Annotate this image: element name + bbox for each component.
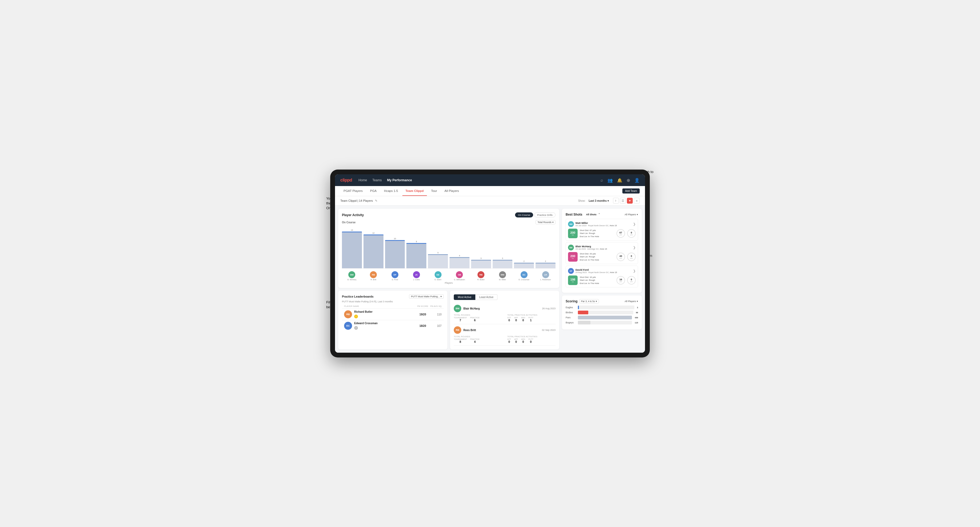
shot-avatar-bmcharg: BM bbox=[568, 244, 574, 251]
search-icon[interactable]: ⌕ bbox=[600, 178, 603, 183]
avatar-rbritt[interactable]: RB bbox=[370, 271, 377, 278]
tab-all-players[interactable]: All Players bbox=[441, 186, 462, 196]
lb-player-info-ecrossman: Edward Crossman 2 bbox=[354, 322, 410, 330]
bar-group-dford: 10 bbox=[385, 238, 405, 268]
total-rounds-title-bmcharg: Total Rounds bbox=[454, 314, 502, 316]
avatar-mmiller[interactable]: MM bbox=[499, 271, 506, 278]
shot-metric-unit2-mmiller: yds bbox=[630, 234, 632, 236]
avatar-dford[interactable]: DF bbox=[391, 271, 398, 278]
app-value-rbritt: 0 bbox=[514, 340, 518, 343]
lb-row-1[interactable]: RB Richard Butler 1 19/20 110 bbox=[342, 308, 444, 320]
avatar-eebert[interactable]: EE bbox=[434, 271, 442, 278]
add-team-button[interactable]: Add Team bbox=[622, 189, 640, 194]
putt-bmcharg: PUTT 1 bbox=[528, 317, 533, 322]
on-course-tab[interactable]: On Course bbox=[515, 213, 533, 217]
show-dropdown[interactable]: Last 3 months ▾ bbox=[589, 199, 609, 202]
chart-filter-row: On Course Total Rounds ▾ bbox=[342, 220, 555, 224]
nav-home[interactable]: Home bbox=[358, 177, 367, 183]
activity-tabs: On Course Practice Drills bbox=[515, 213, 555, 217]
edit-icon[interactable]: ✎ bbox=[375, 199, 377, 203]
scoring-card: Scoring Par 3, 4 & 5s ▾ All Players ▾ Ea… bbox=[562, 295, 642, 330]
heart-view-icon[interactable]: ♥ bbox=[627, 198, 633, 204]
all-players-dropdown[interactable]: All Players ▾ bbox=[625, 213, 638, 216]
shot-player-row-dford: DF David Ford 24 Aug 2023 · Royal North … bbox=[568, 268, 636, 274]
x-label-ecrossman: E. Crossman bbox=[514, 279, 534, 281]
bar-value-2b: 2 bbox=[545, 260, 546, 262]
grid-view-icon[interactable]: ⊦ bbox=[613, 198, 619, 204]
view-icons: ⊦ ☰ ♥ ≡ bbox=[613, 198, 640, 204]
left-column: Player Activity On Course Practice Drill… bbox=[338, 209, 559, 349]
shot-player-detail-dford: 24 Aug 2023 · Royal North Devon GC, Hole… bbox=[576, 271, 632, 274]
active-name-bmcharg: Blair McHarg bbox=[463, 307, 540, 310]
shot-player-row-mmiller: MM Matt Miller 09 Jun 2023 · Royal North… bbox=[568, 221, 636, 227]
people-icon[interactable]: 👥 bbox=[608, 178, 613, 183]
shot-card-bmcharg[interactable]: BM Blair McHarg 23 Jul 2023 · Ashridge G… bbox=[566, 242, 638, 264]
scoring-birdies-label: Birdies bbox=[566, 311, 576, 314]
total-rounds-dropdown[interactable]: Total Rounds ▾ bbox=[536, 220, 555, 224]
col-player-name: PLAYER NAME bbox=[344, 305, 415, 307]
table-view-icon[interactable]: ☰ bbox=[620, 198, 626, 204]
shot-avatar-dford: DF bbox=[568, 268, 574, 274]
all-shots-tab[interactable]: All Shots bbox=[584, 213, 599, 217]
gtt-bmcharg: GTT 0 bbox=[508, 317, 511, 322]
drill-dropdown[interactable]: PUTT Must Make Putting... ▾ bbox=[409, 294, 444, 298]
arg-label-rbritt: ARG bbox=[521, 338, 525, 340]
bar-rbutler bbox=[471, 260, 491, 268]
scoring-all-players-dropdown[interactable]: All Players ▾ bbox=[625, 300, 638, 303]
shots-chevron: ▾ bbox=[599, 213, 600, 217]
putt-value-bmcharg: 1 bbox=[528, 319, 533, 322]
user-avatar-icon[interactable]: 👤 bbox=[634, 178, 640, 183]
player-avatars-row: BM B. McHarg RB R. Britt DF D. Ford bbox=[342, 270, 555, 281]
gtt-label-rbritt: GTT bbox=[508, 338, 511, 340]
avatar-ecrossman[interactable]: EC bbox=[520, 271, 528, 278]
shot-player-name-bmcharg: Blair McHarg bbox=[576, 245, 632, 248]
practice-activities-row-bmcharg: GTT 0 APP 0 bbox=[508, 317, 555, 322]
tab-tour[interactable]: Tour bbox=[428, 186, 440, 196]
practice-activities-title-bmcharg: Total Practice Activities bbox=[508, 314, 555, 316]
avatar-jcoles[interactable]: JC bbox=[413, 271, 420, 278]
shot-metric-unit1-mmiller: yds bbox=[619, 234, 622, 236]
tournament-value-rbritt: 8 bbox=[454, 340, 467, 343]
active-avatar-bmcharg: BM bbox=[454, 305, 461, 312]
shot-metric-circle2-bmcharg: 0 yds bbox=[627, 252, 636, 261]
active-player-bmcharg: BM Blair McHarg 26 Aug 2023 Total Rounds bbox=[454, 303, 555, 324]
show-label: Show: bbox=[578, 199, 585, 202]
scoring-bogeys-row: Bogeys 115 bbox=[566, 321, 638, 324]
avatar-gbillingham[interactable]: GB bbox=[456, 271, 463, 278]
circle-plus-icon[interactable]: ⊕ bbox=[627, 178, 630, 183]
least-active-tab[interactable]: Least Active bbox=[476, 294, 498, 300]
shot-metric-unit2-bmcharg: yds bbox=[630, 257, 632, 259]
shot-chevron-bmcharg: ❯ bbox=[633, 246, 636, 249]
scoring-pars-row: Pars 499 bbox=[566, 316, 638, 319]
tab-team-clippd[interactable]: Team Clippd bbox=[402, 186, 427, 196]
player-avatar-bmcharg: BM B. McHarg bbox=[342, 271, 362, 281]
rounds-stat-row-bmcharg: Tournament 7 Practice 6 bbox=[454, 317, 502, 322]
nav-my-performance[interactable]: My Performance bbox=[387, 177, 412, 183]
bell-icon[interactable]: 🔔 bbox=[617, 178, 622, 183]
avatar-bmcharg[interactable]: BM bbox=[348, 271, 355, 278]
nav-teams[interactable]: Teams bbox=[372, 177, 382, 183]
bar-rbritt bbox=[363, 235, 383, 268]
player-activity-card: Player Activity On Course Practice Drill… bbox=[338, 209, 559, 288]
right-column: Best Shots All Shots ▾ All Players ▾ bbox=[562, 209, 642, 349]
avatar-lrobertson[interactable]: LR bbox=[542, 271, 549, 278]
total-rounds-title-rbritt: Total Rounds bbox=[454, 335, 502, 338]
best-shots-title: Best Shots bbox=[566, 213, 582, 216]
tab-pgat-players[interactable]: PGAT Players bbox=[340, 186, 366, 196]
avatar-rbutler[interactable]: RB bbox=[477, 271, 484, 278]
main-content: Player Activity On Course Practice Drill… bbox=[335, 205, 645, 352]
lb-row-2[interactable]: EC Edward Crossman 2 18/20 107 bbox=[342, 320, 444, 332]
shot-score-num-dford: 198 bbox=[570, 278, 575, 281]
scoring-filter-dropdown[interactable]: Par 3, 4 & 5s ▾ bbox=[579, 299, 599, 303]
tab-pga[interactable]: PGA bbox=[367, 186, 380, 196]
most-active-tab[interactable]: Most Active bbox=[454, 294, 476, 300]
practice-drills-tab[interactable]: Practice Drills bbox=[534, 213, 555, 217]
tab-hcaps[interactable]: Hcaps 1-5 bbox=[381, 186, 401, 196]
bar-group-lrobertson: 2 bbox=[536, 260, 555, 268]
list-view-icon[interactable]: ≡ bbox=[634, 198, 640, 204]
shot-score-num-mmiller: 200 bbox=[570, 231, 575, 234]
gtt-label-bmcharg: GTT bbox=[508, 317, 511, 319]
shot-card-mmiller[interactable]: MM Matt Miller 09 Jun 2023 · Royal North… bbox=[566, 219, 638, 241]
col-pb-avg: PB AVG SQ bbox=[428, 305, 442, 307]
shot-card-dford[interactable]: DF David Ford 24 Aug 2023 · Royal North … bbox=[566, 266, 638, 287]
